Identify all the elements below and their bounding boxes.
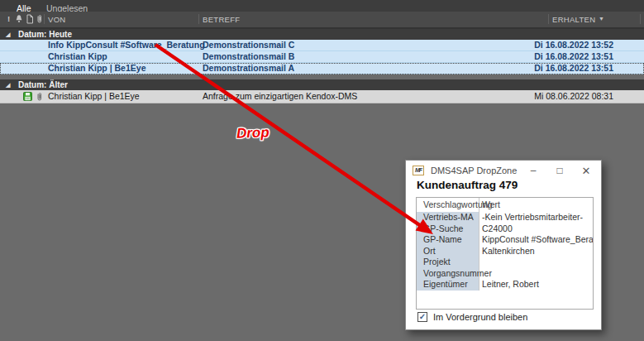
view-tabbar: Alle Ungelesen	[0, 0, 644, 12]
document-icon[interactable]	[25, 14, 34, 25]
column-separator	[640, 14, 641, 24]
mail-subject: Demonstrationsmail B	[203, 51, 294, 62]
sort-descending-icon[interactable]: ▼	[599, 16, 604, 22]
table-header-value: Wert	[482, 198, 500, 212]
table-header-row: Verschlagwortung Wert	[417, 198, 593, 212]
column-erhalten[interactable]: ERHALTEN	[552, 15, 595, 25]
group-collapse-triangle-icon[interactable]: ◢	[6, 29, 10, 40]
dropzone-keyword-table: Verschlagwortung Wert Vertriebs-MA-Kein …	[416, 197, 594, 310]
keyword-label: Ort	[417, 246, 479, 257]
keyword-row: Projekt	[417, 257, 593, 268]
group-label: Datum: Älter	[18, 79, 68, 90]
close-button[interactable]: ✕	[573, 161, 599, 181]
group-header[interactable]: ◢Datum: Älter	[0, 79, 644, 90]
mail-from: Info KippConsult #Software_Beratung	[48, 40, 205, 50]
group-label: Datum: Heute	[18, 29, 72, 40]
paperclip-icon	[36, 92, 43, 102]
maximize-button[interactable]: □	[546, 161, 573, 181]
keyword-label: Eigentümer	[417, 279, 479, 291]
mail-received: Mi 08.06.2022 08:31	[534, 90, 613, 103]
mail-from: Christian Kipp | Be1Eye	[48, 63, 145, 74]
group-header[interactable]: ◢Datum: Heute	[0, 29, 644, 40]
dropzone-window: MF DMS4SAP DropZone – □ ✕ Kundenauftrag …	[405, 160, 602, 330]
dropzone-heading: Kundenauftrag 479	[417, 179, 518, 191]
mail-subject: Demonstrationsmail A	[203, 63, 294, 74]
foreground-checkbox[interactable]: ✓	[417, 312, 427, 322]
mail-row[interactable]: Info KippConsult #Software_BeratungDemon…	[0, 40, 644, 51]
row-icons	[23, 92, 43, 102]
keyword-value: C24000	[479, 223, 513, 235]
column-von[interactable]: VON	[48, 15, 66, 25]
mail-column-header: ! VON BETREFF ERHALTEN ▼	[0, 12, 644, 29]
mail-row[interactable]: Christian KippDemonstrationsmail BDi 16.…	[0, 51, 644, 63]
keyword-value: -Kein Vertriebsmitarbeiter-	[479, 212, 583, 223]
keyword-label: GP-Name	[417, 234, 479, 246]
mail-list: ◢Datum: HeuteInfo KippConsult #Software_…	[0, 29, 644, 103]
save-icon	[23, 92, 32, 102]
column-separator	[44, 14, 45, 24]
dms4sap-app-icon: MF	[413, 166, 424, 175]
keyword-label: Projekt	[417, 257, 479, 268]
keyword-value: KippConsult #Software_Beratung	[479, 234, 594, 246]
keyword-value: Leitner, Robert	[479, 279, 539, 291]
mail-from: Christian Kipp | Be1Eye	[48, 90, 140, 103]
keyword-value: Kaltenkirchen	[479, 246, 535, 257]
mail-row[interactable]: Christian Kipp | Be1EyeDemonstrationsmai…	[0, 63, 644, 74]
paperclip-icon[interactable]	[35, 14, 44, 25]
keyword-row: Vertriebs-MA-Kein Vertriebsmitarbeiter-	[417, 212, 593, 223]
mail-row[interactable]: Christian Kipp | Be1EyeAnfrage zum einzi…	[0, 90, 644, 103]
column-betreff[interactable]: BETREFF	[203, 15, 240, 25]
group-collapse-triangle-icon[interactable]: ◢	[6, 79, 10, 90]
mail-received: Di 16.08.2022 13:51	[534, 51, 613, 62]
keyword-row: GP-NameKippConsult #Software_Beratung	[417, 234, 593, 246]
column-separator	[198, 14, 199, 24]
keyword-row: EigentümerLeitner, Robert	[417, 279, 593, 291]
keyword-label: Vertriebs-MA	[417, 212, 479, 223]
mail-received: Di 16.08.2022 13:51	[534, 63, 613, 74]
drop-annotation-label: Drop	[236, 124, 270, 142]
keyword-row: OrtKaltenkirchen	[417, 246, 593, 257]
mail-subject: Anfrage zum einzigartigen Kendox-DMS	[203, 90, 357, 103]
minimize-button[interactable]: –	[520, 161, 546, 181]
keyword-label: GP-Suche	[417, 223, 479, 235]
mail-subject: Demonstrationsmail C	[203, 40, 294, 50]
keyword-label: Vorgangsnummer	[417, 268, 479, 280]
keyword-row: Vorgangsnummer	[417, 268, 593, 280]
keyword-row: GP-SucheC24000	[417, 223, 593, 235]
importance-column-icon[interactable]: !	[4, 14, 13, 25]
foreground-checkbox-label: Im Vordergrund bleiben	[433, 312, 527, 322]
bell-icon[interactable]	[14, 14, 23, 25]
mail-received: Di 16.08.2022 13:52	[534, 40, 613, 50]
column-separator	[548, 14, 549, 24]
mail-from: Christian Kipp	[48, 51, 107, 62]
